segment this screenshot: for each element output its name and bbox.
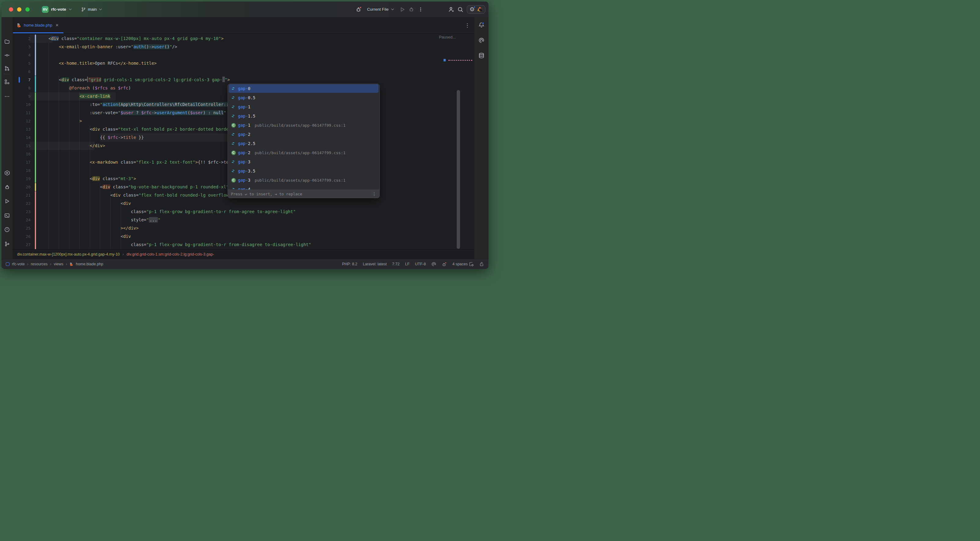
line-number[interactable]: 7 — [13, 76, 30, 84]
run-configuration-selector[interactable]: Current File — [367, 7, 394, 12]
ai-status-icon[interactable] — [431, 262, 436, 267]
line-number[interactable]: 15 — [13, 142, 30, 150]
add-user-icon[interactable] — [447, 5, 456, 14]
completion-item[interactable]: gap-3.5 — [228, 167, 379, 176]
line-number[interactable]: 10 — [13, 100, 30, 109]
code-line[interactable]: 26 <div — [13, 232, 474, 241]
line-number[interactable]: 27 — [13, 241, 30, 249]
line-number[interactable]: 22 — [13, 199, 30, 208]
status-widget[interactable]: PHP: 8.2 — [342, 262, 358, 266]
line-number[interactable]: 13 — [13, 125, 30, 133]
code-line[interactable]: 6 — [13, 67, 474, 76]
line-number[interactable]: 21 — [13, 191, 30, 199]
line-number[interactable]: 24 — [13, 216, 30, 224]
services-icon[interactable] — [3, 168, 11, 177]
project-widget[interactable]: RV rfc-vote — [42, 6, 72, 13]
completion-options-kebab-icon[interactable]: ⋮ — [372, 192, 376, 196]
code-line[interactable]: 23 class="p-1 flex-grow bg-gradient-to-r… — [13, 208, 474, 216]
line-number[interactable]: 3 — [13, 43, 30, 51]
completion-item[interactable]: gap-1.5 — [228, 111, 379, 121]
project-folder-icon[interactable] — [3, 37, 11, 46]
line-number[interactable]: 14 — [13, 133, 30, 142]
completion-item[interactable]: Cgap-1public/build/assets/app-06147f99.c… — [228, 121, 379, 130]
close-window-button[interactable] — [9, 7, 13, 12]
breadcrumb-item[interactable]: div.container.max-w-[1200px].mx-auto.px-… — [17, 252, 120, 257]
completion-item[interactable]: gap-2.5 — [228, 139, 379, 148]
file-writable-lock-icon[interactable] — [479, 262, 484, 267]
line-number[interactable]: 11 — [13, 109, 30, 117]
debug-tool-icon[interactable] — [3, 182, 11, 191]
commit-icon[interactable] — [3, 51, 11, 60]
line-number[interactable]: 8 — [13, 84, 30, 92]
jetbrains-logo-icon[interactable] — [477, 6, 483, 13]
debugger-muted-icon[interactable] — [442, 262, 447, 267]
close-tab-icon[interactable]: ✕ — [55, 23, 59, 27]
notifications-bell-icon[interactable] — [477, 21, 486, 29]
path-segment[interactable]: views — [54, 262, 63, 266]
debug-icon[interactable] — [407, 5, 416, 14]
code-line[interactable]: 28 style="..." — [13, 249, 474, 249]
code-line[interactable]: 5 <x-home.title>Open RFCs</x-home.title> — [13, 59, 474, 67]
structure-icon[interactable] — [3, 78, 11, 86]
line-number[interactable]: 5 — [13, 59, 30, 67]
tab-home-blade-php[interactable]: home.blade.php ✕ — [13, 17, 64, 33]
settings-gear-icon[interactable]: ⚙ — [469, 6, 475, 12]
line-number[interactable]: 9 — [13, 92, 30, 100]
version-control-icon[interactable] — [3, 240, 11, 248]
kebab-menu-icon[interactable] — [416, 5, 425, 14]
completion-item[interactable]: Cgap-2public/build/assets/app-06147f99.c… — [228, 148, 379, 157]
line-number[interactable]: 19 — [13, 175, 30, 183]
code-line[interactable]: 7 <div class="grid grid-cols-1 sm:grid-c… — [13, 76, 474, 84]
line-number[interactable]: 20 — [13, 183, 30, 191]
line-number[interactable]: 6 — [13, 67, 30, 76]
line-number[interactable]: 17 — [13, 158, 30, 167]
database-icon[interactable] — [477, 51, 486, 60]
editor-scrollbar[interactable] — [457, 90, 460, 249]
minimize-window-button[interactable] — [17, 7, 21, 12]
completion-item[interactable]: gap-3 — [228, 157, 379, 167]
completion-item[interactable]: gap-0.5 — [228, 93, 379, 102]
code-line[interactable]: 27 class="p-1 flex-grow bg-gradient-to-r… — [13, 241, 474, 249]
path-segment[interactable]: home.blade.php — [76, 262, 103, 266]
terminal-icon[interactable] — [3, 211, 11, 220]
run-tool-icon[interactable] — [3, 197, 11, 205]
code-editor[interactable]: 2 <div class="container max-w-[1200px] m… — [13, 33, 474, 249]
path-segment[interactable]: resources — [31, 262, 48, 266]
zoom-window-button[interactable] — [25, 7, 30, 12]
line-number[interactable]: 23 — [13, 208, 30, 216]
more-tool-windows-icon[interactable] — [3, 92, 11, 101]
line-number[interactable]: 18 — [13, 167, 30, 175]
code-line[interactable]: 3 <x-email-optin-banner :user="auth()->u… — [13, 43, 474, 51]
ai-assistant-icon[interactable] — [477, 36, 486, 44]
line-number[interactable]: 2 — [13, 35, 30, 43]
stop-debugger-icon[interactable] — [354, 5, 363, 14]
status-widget[interactable]: 7:72 — [392, 262, 399, 266]
completion-item[interactable]: Cgap-3public/build/assets/app-06147f99.c… — [228, 176, 379, 185]
code-line[interactable]: 25 ></div> — [13, 224, 474, 232]
line-number[interactable]: 12 — [13, 117, 30, 125]
problems-icon[interactable] — [3, 225, 11, 234]
run-icon[interactable] — [398, 5, 407, 14]
tab-options-kebab-icon[interactable]: ⋮ — [465, 22, 470, 29]
pull-requests-icon[interactable] — [3, 64, 11, 73]
branch-widget[interactable]: main — [81, 7, 102, 12]
completion-item[interactable]: gap-1 — [228, 102, 379, 111]
code-line[interactable]: 4 — [13, 51, 474, 59]
breadcrumb-item[interactable]: div.grid.grid-cols-1.sm:grid-cols-2.lg:g… — [126, 252, 214, 257]
line-number[interactable]: 25 — [13, 224, 30, 232]
code-line[interactable]: 2 <div class="container max-w-[1200px] m… — [13, 35, 474, 43]
code-line[interactable]: 24 style="..." — [13, 216, 474, 224]
line-number[interactable]: 4 — [13, 51, 30, 59]
line-number[interactable]: 28 — [13, 249, 30, 249]
line-number[interactable]: 16 — [13, 150, 30, 158]
code-line[interactable]: 22 <div — [13, 199, 474, 208]
indent-widget[interactable]: 4 spaces — [452, 262, 474, 267]
search-icon[interactable] — [456, 5, 465, 14]
line-number[interactable]: 26 — [13, 232, 30, 241]
status-widget[interactable]: UTF-8 — [415, 262, 426, 266]
path-segment[interactable]: rfc-vote — [12, 262, 25, 266]
completion-item[interactable]: gap-0 — [228, 84, 379, 93]
completion-item[interactable]: gap-2 — [228, 130, 379, 139]
completion-item[interactable]: gap-4 — [228, 185, 379, 190]
status-widget[interactable]: Laravel: latest — [363, 262, 387, 266]
